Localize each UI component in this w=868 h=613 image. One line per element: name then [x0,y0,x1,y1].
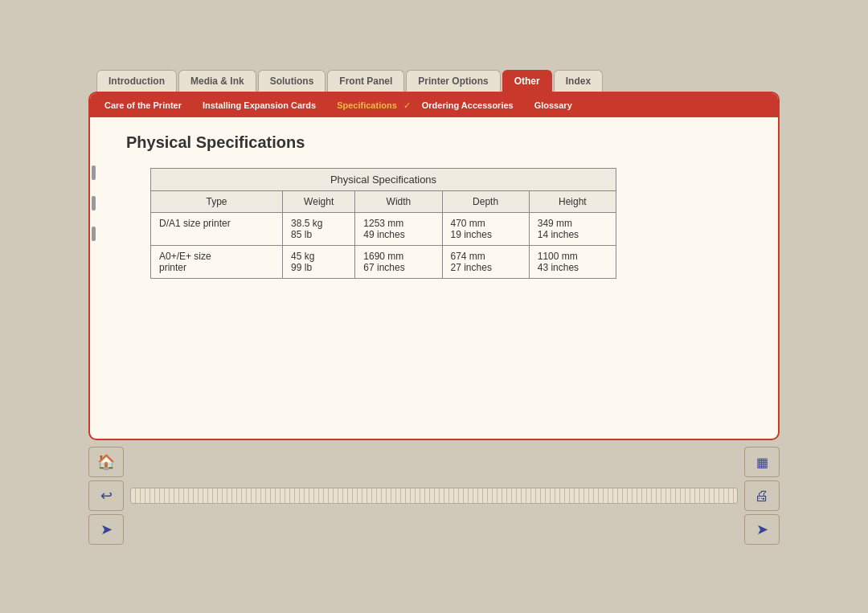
list-button[interactable]: ▦ [744,447,780,477]
main-area: Care of the Printer Installing Expansion… [88,92,780,440]
row1-type: D/A1 size printer [151,213,283,246]
spec-table-wrapper: Physical Specifications Type Weight Widt… [150,168,616,279]
row1-weight: 38.5 kg85 lb [283,213,355,246]
spec-table: Physical Specifications Type Weight Widt… [150,168,616,279]
subtab-installing-cards[interactable]: Installing Expansion Cards [193,96,326,114]
subtab-check-mark: ✓ [403,100,411,111]
table-header: Physical Specifications [151,169,616,191]
subtab-specifications[interactable]: Specifications [327,96,407,114]
subtab-row: Care of the Printer Installing Expansion… [90,93,778,117]
row1-width: 1253 mm49 inches [355,213,442,246]
col-height: Height [529,191,616,213]
row2-weight: 45 kg99 lb [283,246,355,279]
row2-width: 1690 mm67 inches [355,246,442,279]
col-width: Width [355,191,442,213]
col-depth: Depth [442,191,529,213]
next-button[interactable]: ➤ [744,514,780,545]
side-markers [90,117,96,241]
tab-introduction[interactable]: Introduction [96,70,177,92]
print-icon: 🖨 [755,488,769,505]
back-icon: ↩ [100,487,113,505]
tab-printer-options[interactable]: Printer Options [406,70,500,92]
marker-1 [92,166,96,180]
right-nav-buttons: ▦ 🖨 ➤ [744,447,780,545]
table-row: A0+/E+ sizeprinter 45 kg99 lb 1690 mm67 … [151,246,616,279]
content-area: Physical Specifications Physical Specifi… [102,117,641,439]
back-button[interactable]: ↩ [88,480,124,511]
row1-height: 349 mm14 inches [529,213,616,246]
forward-icon: ➤ [100,521,113,538]
tab-index[interactable]: Index [554,70,603,92]
forward-button[interactable]: ➤ [88,514,124,545]
scrollbar-area[interactable] [130,488,738,504]
left-nav-buttons: 🏠 ↩ ➤ [88,447,124,545]
marker-2 [92,196,96,210]
next-icon: ➤ [756,521,768,538]
bottom-nav: 🏠 ↩ ➤ ▦ 🖨 ➤ [88,440,780,551]
tab-other[interactable]: Other [502,70,552,92]
scrollbar-pattern [131,488,737,503]
subtab-ordering[interactable]: Ordering Accessories [412,96,523,114]
row2-height: 1100 mm43 inches [529,246,616,279]
tab-row: Introduction Media & Ink Solutions Front… [88,70,780,92]
list-icon: ▦ [756,455,768,470]
subtab-care-printer[interactable]: Care of the Printer [95,96,191,114]
page-title: Physical Specifications [126,133,616,152]
print-button[interactable]: 🖨 [744,480,780,511]
row1-depth: 470 mm19 inches [442,213,529,246]
tab-media-ink[interactable]: Media & Ink [178,70,256,92]
row2-depth: 674 mm27 inches [442,246,529,279]
marker-3 [92,227,96,241]
row2-type: A0+/E+ sizeprinter [151,246,283,279]
subtab-glossary[interactable]: Glossary [525,96,582,114]
table-row: D/A1 size printer 38.5 kg85 lb 1253 mm49… [151,213,616,246]
home-button[interactable]: 🏠 [88,447,124,477]
col-type: Type [151,191,283,213]
home-icon: 🏠 [97,453,115,471]
col-weight: Weight [283,191,355,213]
tab-front-panel[interactable]: Front Panel [327,70,404,92]
tab-solutions[interactable]: Solutions [258,70,326,92]
